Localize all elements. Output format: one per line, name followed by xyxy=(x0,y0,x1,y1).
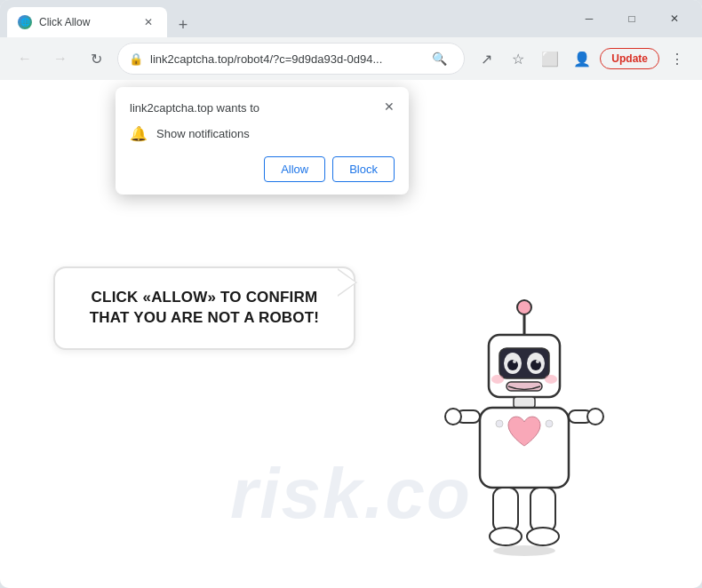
svg-point-9 xyxy=(536,360,539,363)
svg-point-24 xyxy=(491,375,504,384)
notification-row: 🔔 Show notifications xyxy=(130,125,395,142)
url-text: link2captcha.top/robot4/?c=9d9da93d-0d94… xyxy=(150,52,418,66)
forward-button[interactable]: → xyxy=(46,44,75,73)
svg-point-1 xyxy=(517,300,531,314)
bell-icon: 🔔 xyxy=(130,125,148,142)
update-button[interactable]: Update xyxy=(600,48,659,69)
more-icon[interactable]: ⋮ xyxy=(663,44,691,73)
bubble-text: CLICK «ALLOW» TO CONFIRM THAT YOU ARE NO… xyxy=(76,288,332,329)
page-content: risk.co ✕ link2captcha.top wants to 🔔 Sh… xyxy=(0,80,702,588)
svg-rect-11 xyxy=(514,397,535,408)
tab-strip: 🌐 Click Allow ✕ + xyxy=(7,0,565,37)
svg-rect-19 xyxy=(530,488,555,532)
block-button[interactable]: Block xyxy=(332,156,395,182)
reload-button[interactable]: ↻ xyxy=(82,44,110,73)
desktop-icon[interactable]: ⬜ xyxy=(536,44,564,73)
allow-button[interactable]: Allow xyxy=(264,156,325,182)
tab-favicon: 🌐 xyxy=(18,15,32,29)
svg-rect-17 xyxy=(493,488,518,532)
minimize-button[interactable]: ─ xyxy=(569,4,610,33)
browser-window: 🌐 Click Allow ✕ + ─ □ ✕ ← → ↻ 🔒 link2cap… xyxy=(0,0,702,588)
svg-point-18 xyxy=(490,528,522,545)
svg-point-7 xyxy=(530,360,541,370)
svg-point-8 xyxy=(513,360,516,363)
svg-point-25 xyxy=(545,375,557,384)
svg-point-14 xyxy=(445,409,461,425)
svg-point-20 xyxy=(527,528,559,545)
search-in-page-icon[interactable]: 🔍 xyxy=(425,44,453,73)
popup-close-button[interactable]: ✕ xyxy=(379,96,400,117)
svg-point-22 xyxy=(496,420,503,427)
title-bar: 🌐 Click Allow ✕ + ─ □ ✕ xyxy=(0,0,702,37)
back-button[interactable]: ← xyxy=(11,44,39,73)
maximize-button[interactable]: □ xyxy=(611,4,652,33)
lock-icon: 🔒 xyxy=(129,52,143,66)
window-controls: ─ □ ✕ xyxy=(569,4,695,33)
bookmark-icon[interactable]: ☆ xyxy=(504,44,532,73)
tab-close-button[interactable]: ✕ xyxy=(140,14,156,30)
svg-point-6 xyxy=(507,360,518,370)
notification-label: Show notifications xyxy=(156,127,250,140)
account-icon[interactable]: 👤 xyxy=(568,44,596,73)
svg-point-23 xyxy=(546,420,553,427)
share-icon[interactable]: ↗ xyxy=(472,44,500,73)
svg-point-16 xyxy=(587,409,603,425)
tab-title: Click Allow xyxy=(39,16,133,28)
robot-illustration xyxy=(435,286,631,570)
address-bar[interactable]: 🔒 link2captcha.top/robot4/?c=9d9da93d-0d… xyxy=(117,43,465,75)
popup-buttons: Allow Block xyxy=(130,156,395,182)
close-button[interactable]: ✕ xyxy=(654,4,695,33)
svg-point-21 xyxy=(493,545,555,556)
active-tab[interactable]: 🌐 Click Allow ✕ xyxy=(7,7,167,37)
robot-svg xyxy=(435,286,613,570)
svg-rect-12 xyxy=(480,408,569,488)
new-tab-button[interactable]: + xyxy=(171,12,195,37)
toolbar: ← → ↻ 🔒 link2captcha.top/robot4/?c=9d9da… xyxy=(0,37,702,80)
speech-bubble: CLICK «ALLOW» TO CONFIRM THAT YOU ARE NO… xyxy=(53,266,355,350)
popup-title: link2captcha.top wants to xyxy=(130,101,395,115)
notification-popup: ✕ link2captcha.top wants to 🔔 Show notif… xyxy=(116,87,409,195)
toolbar-icons: ↗ ☆ ⬜ 👤 Update ⋮ xyxy=(472,44,691,73)
